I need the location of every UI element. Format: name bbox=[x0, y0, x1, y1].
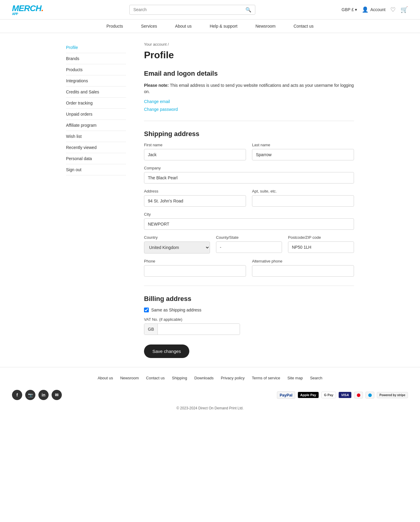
same-as-shipping-row: Same as Shipping address bbox=[144, 308, 354, 312]
sidebar-item-personal-data[interactable]: Personal data bbox=[66, 153, 126, 164]
last-name-group: Last name bbox=[252, 143, 354, 160]
account-link[interactable]: 👤 Account bbox=[362, 6, 386, 13]
footer-link-terms[interactable]: Terms of service bbox=[252, 376, 280, 380]
name-row: First name Last name bbox=[144, 143, 354, 160]
address-row: Address Apt, suite, etc. bbox=[144, 189, 354, 207]
county-input[interactable] bbox=[216, 241, 282, 253]
footer-link-downloads[interactable]: Downloads bbox=[194, 376, 214, 380]
sidebar-item-unpaid-orders[interactable]: Unpaid orders bbox=[66, 109, 126, 120]
footer-link-search[interactable]: Search bbox=[310, 376, 322, 380]
facebook-icon[interactable]: f bbox=[12, 390, 22, 400]
vat-input[interactable] bbox=[158, 324, 240, 335]
footer-link-about[interactable]: About us bbox=[98, 376, 113, 380]
change-password-link[interactable]: Change password bbox=[144, 107, 354, 112]
visa-badge: VISA bbox=[338, 392, 352, 398]
logo-subtext: APP bbox=[12, 12, 43, 16]
instagram-icon[interactable]: 📷 bbox=[25, 390, 35, 400]
maestro-badge: ⬤ bbox=[365, 392, 374, 399]
sidebar-item-sign-out[interactable]: Sign out bbox=[66, 164, 126, 175]
sidebar-item-products[interactable]: Products bbox=[66, 64, 126, 75]
footer-link-contact[interactable]: Contact us bbox=[146, 376, 165, 380]
address-label: Address bbox=[144, 189, 246, 193]
change-email-link[interactable]: Change email bbox=[144, 99, 354, 104]
sidebar-item-brands[interactable]: Brands bbox=[66, 53, 126, 64]
company-input[interactable] bbox=[144, 172, 354, 184]
apt-group: Apt, suite, etc. bbox=[252, 189, 354, 207]
nav-item-contact[interactable]: Contact us bbox=[293, 24, 314, 29]
search-input[interactable] bbox=[133, 7, 245, 12]
first-name-label: First name bbox=[144, 143, 246, 147]
sidebar-item-profile[interactable]: Profile bbox=[66, 42, 126, 53]
paypal-badge: PayPal bbox=[277, 391, 295, 399]
email-section: Email and logon details Please note: Thi… bbox=[144, 70, 354, 112]
first-name-input[interactable] bbox=[144, 149, 246, 160]
last-name-input[interactable] bbox=[252, 149, 354, 160]
apt-label: Apt, suite, etc. bbox=[252, 189, 354, 193]
last-name-label: Last name bbox=[252, 143, 354, 147]
main-nav: Products Services About us Help & suppor… bbox=[0, 20, 420, 33]
vat-input-row: GB bbox=[144, 323, 240, 335]
save-changes-button[interactable]: Save changes bbox=[144, 344, 189, 358]
footer-nav: About us Newsroom Contact us Shipping Do… bbox=[0, 367, 420, 385]
header: MERCH. APP 🔍 GBP £ ▾ 👤 Account ♡ 🛒 bbox=[0, 0, 420, 20]
shipping-section-title: Shipping address bbox=[144, 130, 354, 138]
country-select[interactable]: United Kingdom United States Germany Fra… bbox=[144, 241, 210, 253]
currency-selector[interactable]: GBP £ ▾ bbox=[342, 7, 357, 12]
wishlist-icon[interactable]: ♡ bbox=[390, 6, 396, 13]
account-icon: 👤 bbox=[362, 6, 368, 13]
city-row: City bbox=[144, 212, 354, 230]
postcode-input[interactable] bbox=[288, 241, 354, 253]
search-icon: 🔍 bbox=[245, 7, 251, 13]
address-input[interactable] bbox=[144, 195, 246, 207]
apt-input[interactable] bbox=[252, 195, 354, 207]
county-group: County/State bbox=[216, 235, 282, 253]
footer-link-privacy[interactable]: Privacy policy bbox=[221, 376, 244, 380]
same-as-shipping-checkbox[interactable] bbox=[144, 308, 149, 312]
copyright: © 2023-2024 Direct On Demand Print Ltd. bbox=[0, 406, 420, 415]
postcode-group: Postcode/ZIP code bbox=[288, 235, 354, 253]
country-row: Country United Kingdom United States Ger… bbox=[144, 235, 354, 253]
email-icon[interactable]: ✉ bbox=[52, 390, 62, 400]
sidebar-item-affiliate[interactable]: Affiliate program bbox=[66, 120, 126, 131]
sidebar-item-recently-viewed[interactable]: Recently viewed bbox=[66, 142, 126, 153]
city-input[interactable] bbox=[144, 218, 354, 230]
alt-phone-input[interactable] bbox=[252, 265, 354, 277]
sidebar-item-integrations[interactable]: Integrations bbox=[66, 75, 126, 86]
nav-item-about[interactable]: About us bbox=[175, 24, 192, 29]
country-group: Country United Kingdom United States Ger… bbox=[144, 235, 210, 253]
section-divider-1 bbox=[144, 121, 354, 121]
sidebar-item-order-tracking[interactable]: Order tracking bbox=[66, 98, 126, 109]
main-container: Profile Brands Products Integrations Cre… bbox=[60, 33, 360, 367]
nav-item-help[interactable]: Help & support bbox=[210, 24, 238, 29]
logo[interactable]: MERCH. APP bbox=[12, 4, 43, 16]
sidebar-item-wishlist[interactable]: Wish list bbox=[66, 131, 126, 142]
footer-link-sitemap[interactable]: Site map bbox=[287, 376, 303, 380]
county-label: County/State bbox=[216, 235, 282, 240]
sidebar: Profile Brands Products Integrations Cre… bbox=[66, 42, 126, 358]
footer-link-shipping[interactable]: Shipping bbox=[172, 376, 187, 380]
breadcrumb-parent[interactable]: Your account bbox=[144, 42, 166, 47]
email-note-text: This email address is used to send you w… bbox=[144, 83, 354, 94]
nav-item-services[interactable]: Services bbox=[141, 24, 157, 29]
phone-input[interactable] bbox=[144, 265, 246, 277]
google-pay-badge: G Pay bbox=[321, 392, 336, 398]
same-as-shipping-label[interactable]: Same as Shipping address bbox=[151, 308, 201, 312]
breadcrumb-separator: / bbox=[168, 42, 169, 47]
logo-text: MERCH. APP bbox=[12, 4, 43, 16]
address-group: Address bbox=[144, 189, 246, 207]
footer-link-newsroom[interactable]: Newsroom bbox=[120, 376, 139, 380]
stripe-badge: Powered by stripe bbox=[377, 392, 408, 398]
vat-prefix: GB bbox=[144, 324, 158, 335]
nav-item-products[interactable]: Products bbox=[106, 24, 123, 29]
vat-label: VAT No. (if applicable) bbox=[144, 317, 354, 322]
company-row: Company bbox=[144, 166, 354, 184]
company-group: Company bbox=[144, 166, 354, 184]
shipping-section: Shipping address First name Last name Co… bbox=[144, 130, 354, 277]
sidebar-item-credits[interactable]: Credits and Sales bbox=[66, 86, 126, 98]
cart-icon[interactable]: 🛒 bbox=[400, 6, 408, 13]
header-right: GBP £ ▾ 👤 Account ♡ 🛒 bbox=[342, 6, 408, 13]
payment-icons: PayPal Apple Pay G Pay VISA ⬤ ⬤ Powered … bbox=[277, 391, 408, 399]
linkedin-icon[interactable]: in bbox=[38, 390, 49, 400]
nav-item-newsroom[interactable]: Newsroom bbox=[255, 24, 275, 29]
search-bar[interactable]: 🔍 bbox=[129, 5, 255, 15]
